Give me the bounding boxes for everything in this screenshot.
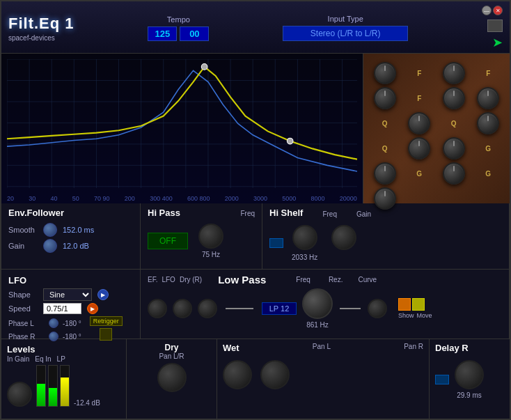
lp-display[interactable]: LP 12 [262,302,297,315]
label-g2: G [416,170,422,178]
eq-graph-inner [7,59,357,188]
header: Filt.Eq 1 spacef-devices Tempo 125 00 In… [1,1,510,54]
env-follower-section: Env.Follower Smooth 152.0 ms Gain 12.0 d… [1,203,141,269]
knob-g3-control[interactable] [443,162,465,185]
lp-ef-label: EF. [148,276,157,283]
eq-graph[interactable]: 20 30 40 50 70 90 200 300 400 600 800 20… [1,54,363,203]
controls-area: Env.Follower Smooth 152.0 ms Gain 12.0 d… [1,203,510,419]
lfo-speed-input[interactable] [43,303,81,314]
lp-lfo-knob[interactable] [173,299,192,318]
eq-in-label: Eq In [35,355,51,363]
knob-q3-control[interactable] [477,112,499,134]
wet-pan-l-knob[interactable] [223,360,252,389]
phase-l-label: Phase L [8,320,45,327]
knob-g1-control[interactable] [443,137,465,160]
delay-indicator[interactable] [435,375,449,384]
meter-bar-3 [60,365,70,407]
lp-rez-label: Rez. [329,276,343,283]
lp-label: LP [57,355,65,363]
knob-q4 [408,137,430,160]
preset-icon[interactable] [487,20,503,32]
lfo-speed-label: Speed [8,304,38,313]
gain-knob[interactable] [43,239,57,253]
curve-show-button[interactable] [398,298,411,311]
levels-title: Levels [7,344,35,355]
delay-r-title: Delay R [435,343,469,353]
knob-q4-control[interactable] [408,137,430,160]
hi-pass-section: Hi Pass Freq OFF 75 Hz [141,203,262,269]
knob-g3 [443,162,465,185]
knob-q2 [408,112,430,134]
delay-r-header: Delay R [435,343,504,356]
tempo-beat[interactable]: 00 [180,26,209,41]
wet-body [223,360,423,389]
lfo-shape-select[interactable]: Sine Square Triangle [43,288,92,301]
close-button[interactable]: ✕ [493,6,503,15]
lfo-speed-arrow[interactable]: ▶ [87,303,98,314]
curve-labels: Show Move [398,312,432,319]
lfo-shape-arrow[interactable]: ▶ [97,289,109,300]
hi-shelf-freq-knob[interactable] [292,225,317,250]
dry-pan-label: Pan L/R [159,352,184,360]
hi-shelf-gain-knob[interactable] [331,225,356,250]
knob-f4-control[interactable] [443,87,465,109]
curve-move-button[interactable] [412,298,425,311]
knob-g2-control[interactable] [374,162,396,185]
delay-r-value: 29.9 ms [457,391,482,399]
wet-pan-r-knob[interactable] [260,360,290,389]
retrigger-button[interactable]: Retrigger [90,316,123,326]
minimize-button[interactable]: — [482,6,492,15]
delay-r-knob[interactable] [455,360,484,389]
hi-pass-freq-knob[interactable] [198,224,223,249]
lp-freq-knob[interactable] [302,288,333,319]
knob-g4-control[interactable] [374,187,396,210]
knob-q3 [477,112,499,134]
lp-labels: EF. LFO Dry (R) [148,276,202,283]
lfo-phase-block: Phase L -180 ° Phase R -180 ° Retrigger [8,316,133,341]
lfo-phase-left: Phase L -180 ° Phase R -180 ° [8,316,81,341]
delay-knob-area: 29.9 ms [455,360,484,399]
wet-header: Wet Pan L Pan R [223,343,423,356]
lfo-speed-row: Speed ▶ [8,303,133,314]
hi-shelf-freq-knob-area: 2033 Hz [292,225,317,261]
lfo-section: LFO Shape Sine Square Triangle ▶ Speed ▶ [1,270,141,339]
env-follower-title: Env.Follower [8,208,133,218]
lp-curve-label: Curve [358,276,377,283]
label-q3: Q [382,145,388,153]
knob-q2-control[interactable] [408,112,430,134]
lp-dry-knob[interactable] [198,299,217,318]
hi-pass-freq-value: 75 Hz [202,251,220,258]
dry-pan-knob[interactable] [157,363,187,392]
phase-l-knob[interactable] [49,318,58,328]
arrow-icon[interactable]: ➤ [492,35,503,50]
hi-pass-title: Hi Pass [148,208,180,218]
phase-l-value: -180 ° [63,320,81,327]
tempo-bpm[interactable]: 125 [148,26,177,41]
hi-shelf-freq-value: 2033 Hz [292,254,317,261]
lp-dry-label: Dry (R) [180,276,202,283]
input-type-select[interactable]: Stereo (L/R to L/R) [283,26,408,41]
hi-shelf-indicator[interactable] [269,238,283,248]
label-g3: G [485,170,491,178]
hi-pass-off-button[interactable]: OFF [148,233,188,249]
levels-section: Levels In Gain Eq In LP [1,339,127,419]
smooth-knob[interactable] [43,223,57,237]
knob-f2-control[interactable] [443,62,465,84]
meter-bar-1 [36,365,46,407]
knob-q1-control[interactable] [477,87,499,109]
knob-g2 [374,162,396,185]
levels-body: -12.4 dB [7,365,120,407]
knob-f1-control[interactable] [374,62,396,84]
wet-pan-r-label: Pan R [404,343,423,356]
lp-ef-knob[interactable] [148,299,167,318]
lp-freq-label: Freq [296,276,310,283]
levels-value: -12.4 dB [74,399,100,407]
knob-g1 [443,137,465,160]
levels-in-gain-knob[interactable] [7,382,32,407]
curve-btn-row [398,298,432,311]
lp-line2 [340,308,361,309]
svg-point-23 [201,64,207,70]
knob-f3-control[interactable] [374,87,396,109]
env-gain-row: Gain 12.0 dB [8,239,133,253]
lp-rez-knob[interactable] [368,299,387,318]
